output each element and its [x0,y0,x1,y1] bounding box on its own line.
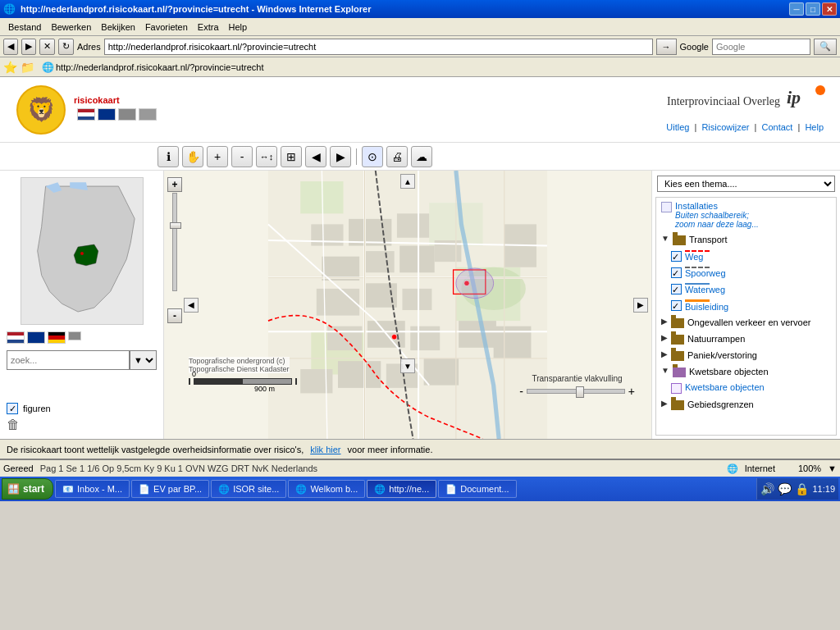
fav-url-icon: 🌐 [42,62,54,73]
map-scroll-right[interactable]: ▶ [633,298,648,313]
netherlands-overview-map[interactable] [21,177,144,325]
natuurrampen-expand[interactable]: ▶ [661,333,668,342]
zoom-dropdown-icon[interactable]: ▼ [828,463,837,473]
gebiedsgrenzen-label: Gebiedsgrenzen [687,399,754,409]
theme-select[interactable]: Kies een thema.... [657,176,835,192]
installaties-link[interactable]: Installaties [675,201,718,211]
nav-links: Uitleg | Risicowijzer | Contact | Help [666,122,824,132]
print-button[interactable]: 🖨 [386,146,408,167]
zoom-thumb[interactable] [170,222,181,229]
header-right: Interprovinciaal Overleg ip Uitleg | Ris… [666,87,824,132]
zoom-in-button[interactable]: + [207,146,228,167]
weg-checkbox[interactable]: ✓ [671,251,682,262]
legend-scroll[interactable]: Installaties Buiten schaalbereik;zoom na… [655,197,837,436]
search-input[interactable] [712,39,810,55]
waterweg-link[interactable]: Waterweg [685,285,725,294]
search-dropdown[interactable]: ▼ [130,350,157,370]
spoorweg-checkbox[interactable]: ✓ [671,267,682,278]
buisleiding-checkbox[interactable]: ✓ [671,300,682,311]
gebiedsgrenzen-expand[interactable]: ▶ [661,399,668,408]
go-button[interactable]: → [656,39,677,55]
transport-expand[interactable]: ▼ [661,234,669,243]
zoom-track[interactable] [172,193,177,291]
language-flags-left [3,328,160,347]
taskbar-item-ev[interactable]: 📄 EV par BP... [131,480,209,498]
spoorweg-link[interactable]: Spoorweg [685,268,726,278]
lang-fr-flag[interactable] [68,331,81,340]
stop-button[interactable]: ✕ [39,39,55,55]
extent-button[interactable]: ⊞ [281,146,302,167]
taskbar-item-document[interactable]: 📄 Document... [438,480,516,498]
flag-nl[interactable] [77,108,95,121]
next-extent-button[interactable]: ▶ [330,146,351,167]
msg-tray-icon[interactable]: 💬 [778,482,792,495]
menu-favorieten[interactable]: Favorieten [140,21,193,34]
nav-contact[interactable]: Contact [761,122,792,132]
minimize-button[interactable]: ─ [789,2,804,16]
taskbar-item-welkom[interactable]: 🌐 Welkom b... [288,480,365,498]
lang-de-flag[interactable] [48,331,66,344]
kwetsbare-checkbox[interactable] [671,383,682,394]
ongevallen-expand[interactable]: ▶ [661,317,668,326]
search-button[interactable]: 🔍 [814,39,837,55]
taskbar-item-inbox[interactable]: 📧 Inbox - M... [55,480,130,498]
back-button[interactable]: ◀ [3,39,18,55]
select-button[interactable]: ⊙ [362,146,383,167]
map-scroll-up[interactable]: ▲ [400,174,415,189]
menu-bekijken[interactable]: Bekijken [96,21,140,34]
lang-en-flag[interactable] [27,331,45,344]
left-panel-spacer [3,373,160,399]
buisleiding-link[interactable]: Buisleiding [685,302,728,312]
cloud-button[interactable]: ☁ [411,146,432,167]
ev-icon: 📄 [139,484,150,495]
taskbar-item-isor[interactable]: 🌐 ISOR site... [211,480,286,498]
nav-help[interactable]: Help [805,122,824,132]
nav-risicowijzer[interactable]: Risicowijzer [701,122,749,132]
volume-tray-icon[interactable]: 🔊 [760,482,774,495]
lang-nl-flag[interactable] [7,331,25,344]
status-text-before: De risicokaart toont wettelijk vastgeleg… [7,445,304,454]
map-canvas[interactable]: + - ▲ ▼ ◀ ▶ Topografische ondergrond (c)… [164,171,651,439]
location-search-input[interactable] [7,350,130,370]
menu-bewerken[interactable]: Bewerken [46,21,96,34]
installaties-checkbox[interactable] [661,202,672,212]
nav-uitleg[interactable]: Uitleg [666,122,689,132]
taskbar-item-http[interactable]: 🌐 http://ne... [367,480,436,498]
zoom-area-button[interactable]: ↔↕ [256,146,277,167]
map-scroll-down[interactable]: ▼ [400,358,415,373]
forward-button[interactable]: ▶ [21,39,36,55]
refresh-button[interactable]: ↻ [58,39,74,55]
security-tray-icon[interactable]: 🔒 [795,482,809,495]
paniek-expand[interactable]: ▶ [661,349,668,358]
map-zoom-in-btn[interactable]: + [167,177,182,192]
close-button[interactable]: ✕ [822,2,837,16]
trans-plus-icon[interactable]: + [628,385,635,398]
weg-link[interactable]: Weg [685,252,703,262]
trash-icon[interactable]: 🗑 [7,418,157,432]
transparency-slider[interactable] [527,389,625,394]
figures-checkbox[interactable]: ✓ [7,403,18,414]
address-input[interactable] [104,39,653,55]
info-button[interactable]: ℹ [158,146,179,167]
transport-folder-row: Transport [673,234,728,245]
transparency-thumb[interactable] [576,386,584,398]
prev-extent-button[interactable]: ◀ [305,146,326,167]
flag-fr[interactable] [139,108,157,121]
kwetsbare-expand[interactable]: ▼ [661,366,669,375]
maximize-button[interactable]: □ [806,2,820,16]
status-link[interactable]: klik hier [310,445,340,454]
favorites-item-url[interactable]: 🌐 http://nederlandprof.risicokaart.nl/?p… [38,59,267,75]
flag-en[interactable] [98,108,116,121]
waterweg-checkbox[interactable]: ✓ [671,284,682,294]
map-zoom-out-btn[interactable]: - [167,308,182,323]
zoom-out-button[interactable]: - [231,146,253,167]
pan-button[interactable]: ✋ [182,146,203,167]
trans-minus-icon[interactable]: - [519,385,523,398]
menu-help[interactable]: Help [224,21,253,34]
map-scroll-left[interactable]: ◀ [184,298,199,313]
start-button[interactable]: 🪟 start [2,478,53,500]
kwetsbare-link[interactable]: Kwetsbare objecten [685,382,765,392]
flag-de[interactable] [118,108,136,121]
menu-extra[interactable]: Extra [193,21,224,34]
menu-bestand[interactable]: Bestand [3,21,46,34]
